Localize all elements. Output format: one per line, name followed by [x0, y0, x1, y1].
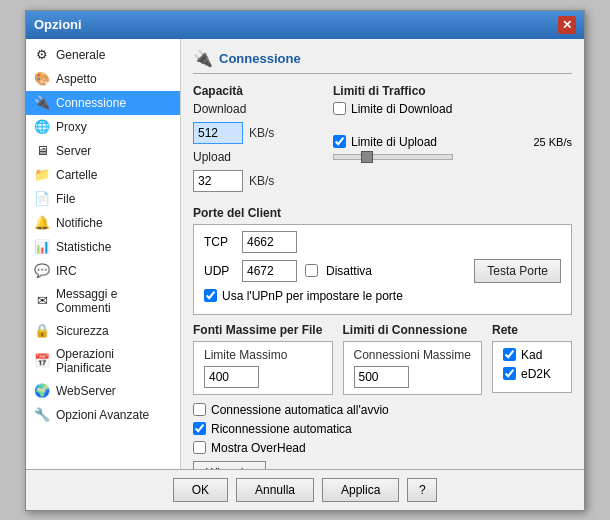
top-section: Capacità Download KB/s Upload KB/s	[193, 84, 572, 198]
title-bar: Opzioni ✕	[26, 11, 584, 39]
upload-label: Upload	[193, 150, 238, 164]
tcp-label: TCP	[204, 235, 234, 249]
sidebar-item-webserver[interactable]: 🌍 WebServer	[26, 379, 180, 403]
kad-checkbox[interactable]	[503, 348, 516, 361]
sidebar-item-notifiche[interactable]: 🔔 Notifiche	[26, 211, 180, 235]
connessione-icon: 🔌	[34, 95, 50, 111]
udp-label: UDP	[204, 264, 234, 278]
download-input-row: KB/s	[193, 122, 313, 144]
capacita-section: Capacità Download KB/s Upload KB/s	[193, 84, 313, 198]
notifiche-icon: 🔔	[34, 215, 50, 231]
mostra-label: Mostra OverHead	[211, 441, 306, 455]
panel-icon: 🔌	[193, 49, 213, 68]
fonti-box: Limite Massimo	[193, 341, 333, 395]
ed2k-checkbox[interactable]	[503, 367, 516, 380]
webserver-icon: 🌍	[34, 383, 50, 399]
applica-button[interactable]: Applica	[322, 478, 399, 502]
sidebar-item-messaggi[interactable]: ✉ Messaggi e Commenti	[26, 283, 180, 319]
sidebar-item-file[interactable]: 📄 File	[26, 187, 180, 211]
riconn-row: Riconnessione automatica	[193, 422, 572, 436]
disattiva-checkbox[interactable]	[305, 264, 318, 277]
udp-input[interactable]	[242, 260, 297, 282]
messaggi-icon: ✉	[34, 293, 50, 309]
bottom-options-section: Connessione automatica all'avvio Riconne…	[193, 403, 572, 455]
limiti-conn-section: Limiti di Connessione Connessioni Massim…	[343, 323, 483, 395]
content-area: ⚙ Generale 🎨 Aspetto 🔌 Connessione 🌐 Pro…	[26, 39, 584, 469]
fonti-conn-section: Fonti Massime per File Limite Massimo Li…	[193, 323, 572, 395]
window-title: Opzioni	[34, 17, 82, 32]
connessioni-massime-label: Connessioni Massime	[354, 348, 472, 362]
upload-limit-value: 25 KB/s	[533, 136, 572, 148]
rete-section: Rete Kad eD2K	[492, 323, 572, 395]
avanzate-icon: 🔧	[34, 407, 50, 423]
sidebar-item-server[interactable]: 🖥 Server	[26, 139, 180, 163]
riconn-checkbox[interactable]	[193, 422, 206, 435]
upload-input[interactable]	[193, 170, 243, 192]
limiti-conn-box: Connessioni Massime	[343, 341, 483, 395]
limit-download-row: Limite di Download	[333, 102, 572, 116]
kad-row: Kad	[503, 348, 561, 362]
riconn-label: Riconnessione automatica	[211, 422, 352, 436]
porte-label: Porte del Client	[193, 206, 572, 220]
download-input[interactable]	[193, 122, 243, 144]
fonti-section: Fonti Massime per File Limite Massimo	[193, 323, 333, 395]
ok-button[interactable]: OK	[173, 478, 228, 502]
limiti-conn-label: Limiti di Connessione	[343, 323, 483, 337]
sidebar-item-cartelle[interactable]: 📁 Cartelle	[26, 163, 180, 187]
upnp-row: Usa l'UPnP per impostare le porte	[204, 289, 561, 303]
sidebar-item-aspetto[interactable]: 🎨 Aspetto	[26, 67, 180, 91]
capacita-label: Capacità	[193, 84, 313, 98]
help-button[interactable]: ?	[407, 478, 437, 502]
disattiva-label: Disattiva	[326, 264, 372, 278]
mostra-checkbox[interactable]	[193, 441, 206, 454]
server-icon: 🖥	[34, 143, 50, 159]
limit-upload-row: Limite di Upload 25 KB/s	[333, 135, 572, 149]
porte-section: Porte del Client TCP UDP Disattiva Testa…	[193, 206, 572, 315]
udp-row: UDP Disattiva Testa Porte	[204, 259, 561, 283]
upload-input-row: KB/s	[193, 170, 313, 192]
options-window: Opzioni ✕ ⚙ Generale 🎨 Aspetto 🔌 Conness…	[25, 10, 585, 511]
sidebar-item-connessione[interactable]: 🔌 Connessione	[26, 91, 180, 115]
download-unit: KB/s	[249, 126, 274, 140]
limite-massimo-input[interactable]	[204, 366, 259, 388]
upload-slider[interactable]	[333, 154, 453, 160]
ed2k-label: eD2K	[521, 367, 551, 381]
sidebar-item-irc[interactable]: 💬 IRC	[26, 259, 180, 283]
sidebar-item-sicurezza[interactable]: 🔒 Sicurezza	[26, 319, 180, 343]
main-panel: 🔌 Connessione Capacità Download KB/s	[181, 39, 584, 469]
limiti-section: Limiti di Traffico Limite di Download Li…	[333, 84, 572, 198]
sidebar-item-statistiche[interactable]: 📊 Statistiche	[26, 235, 180, 259]
kad-label: Kad	[521, 348, 542, 362]
rete-label: Rete	[492, 323, 572, 337]
sidebar-item-operazioni[interactable]: 📅 Operazioni Pianificate	[26, 343, 180, 379]
upnp-label: Usa l'UPnP per impostare le porte	[222, 289, 403, 303]
close-button[interactable]: ✕	[558, 16, 576, 34]
tcp-input[interactable]	[242, 231, 297, 253]
wizard-row: Wizard...	[193, 461, 572, 469]
connessioni-massime-input[interactable]	[354, 366, 409, 388]
download-row: Download	[193, 102, 313, 116]
aspetto-icon: 🎨	[34, 71, 50, 87]
testa-porte-button[interactable]: Testa Porte	[474, 259, 561, 283]
sidebar-item-avanzate[interactable]: 🔧 Opzioni Avanzate	[26, 403, 180, 427]
rete-box: Kad eD2K	[492, 341, 572, 393]
limit-download-checkbox[interactable]	[333, 102, 346, 115]
sidebar-item-proxy[interactable]: 🌐 Proxy	[26, 115, 180, 139]
conn-auto-checkbox[interactable]	[193, 403, 206, 416]
mostra-row: Mostra OverHead	[193, 441, 572, 455]
sidebar-item-generale[interactable]: ⚙ Generale	[26, 43, 180, 67]
limit-download-label: Limite di Download	[351, 102, 452, 116]
proxy-icon: 🌐	[34, 119, 50, 135]
sicurezza-icon: 🔒	[34, 323, 50, 339]
panel-title: 🔌 Connessione	[193, 49, 572, 74]
upload-unit: KB/s	[249, 174, 274, 188]
wizard-button[interactable]: Wizard...	[193, 461, 266, 469]
generale-icon: ⚙	[34, 47, 50, 63]
upload-row: Upload	[193, 150, 313, 164]
limit-upload-checkbox[interactable]	[333, 135, 346, 148]
upnp-checkbox[interactable]	[204, 289, 217, 302]
porte-box: TCP UDP Disattiva Testa Porte Usa l'UPnP…	[193, 224, 572, 315]
annulla-button[interactable]: Annulla	[236, 478, 314, 502]
ed2k-row: eD2K	[503, 367, 561, 381]
fonti-label: Fonti Massime per File	[193, 323, 333, 337]
